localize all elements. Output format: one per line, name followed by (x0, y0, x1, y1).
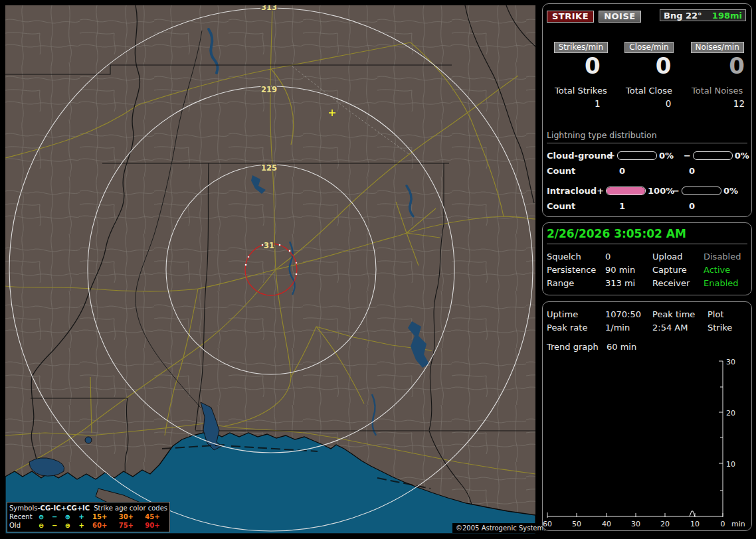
close-per-min-value: 0 (615, 53, 684, 78)
ring-label-31: 31 (264, 241, 274, 250)
counters-panel: STRIKE NOISE Bng 22° 198mi Strikes/min 0… (542, 3, 752, 217)
peak-rate-row: Peak rate 1/min 2:54 AM Strike (547, 321, 751, 334)
receiver-status: Enabled (704, 278, 751, 288)
cg-negative-count: 0 (678, 166, 695, 177)
intracloud-count-row: Count 1 0 (547, 201, 747, 212)
strikes-per-min-value: 0 (547, 53, 615, 78)
ic-minus-sign: − (672, 186, 680, 196)
age-code-60: 60+ (88, 521, 115, 530)
total-close-value: 0 (615, 98, 684, 109)
age-code-75: 75+ (115, 521, 142, 530)
upload-status: Disabled (704, 252, 751, 262)
map-legend: Symbols -CG -IC +CG +IC Strike age color… (7, 502, 170, 532)
old-neg-cg-icon: ⊖ (35, 521, 48, 530)
xtick-20: 20 (660, 520, 670, 528)
recent-neg-cg-icon: ⊖ (35, 512, 48, 521)
ic-negative-bar (682, 187, 721, 195)
cloud-ground-label: Cloud-ground (547, 151, 608, 161)
legend-recent-label: Recent (9, 512, 35, 521)
range-label: Range (547, 278, 605, 288)
xtick-50: 50 (572, 520, 581, 528)
old-pos-ic-icon: + (74, 521, 88, 530)
trend-tick-labels: 30 20 10 60 50 40 30 20 10 0 min (543, 358, 745, 528)
mode-button-row: STRIKE NOISE Bng 22° 198mi (545, 9, 749, 23)
total-strikes-label: Total Strikes (547, 86, 615, 96)
peak-rate-value: 1/min (605, 323, 652, 333)
distribution-title: Lightning type distribution (547, 130, 747, 143)
age-code-15: 15+ (88, 512, 115, 521)
capture-label: Capture (652, 265, 704, 275)
strikes-per-min-chip: Strikes/min (554, 42, 608, 53)
trend-panel: Uptime 1070:50 Peak time Plot Peak rate … (542, 301, 752, 531)
xtick-40: 40 (602, 520, 611, 528)
uptime-value: 1070:50 (605, 309, 652, 319)
ytick-10: 10 (726, 460, 735, 469)
ic-negative-pct: 0% (723, 186, 748, 196)
squelch-label: Squelch (547, 252, 605, 262)
map-canvas: 313 219 125 31 (5, 5, 535, 534)
cloud-ground-count-row: Count 0 0 (547, 166, 747, 177)
xtick-30: 30 (631, 520, 640, 528)
total-noises-label: Total Noises (683, 86, 751, 96)
ic-plus-sign: + (597, 186, 604, 196)
upload-label: Upload (652, 252, 704, 262)
uptime-label: Uptime (547, 309, 605, 319)
datetime-display: 2/26/2026 3:05:02 AM (547, 227, 747, 244)
cg-minus-sign: − (684, 151, 691, 161)
noises-per-min-value: 0 (683, 53, 751, 78)
intracloud-label: Intracloud (547, 186, 597, 196)
old-pos-cg-icon: ⊕ (61, 521, 75, 530)
ic-positive-pct: 100% (648, 186, 672, 196)
status-row-persistence: Persistence 90 min Capture Active (547, 263, 751, 276)
peak-time-value: 2:54 AM (652, 323, 708, 333)
cg-positive-count: 0 (608, 166, 678, 177)
age-code-90: 90+ (141, 521, 167, 530)
status-row-squelch: Squelch 0 Upload Disabled (547, 250, 751, 263)
legend-age-header: Strike age color codes (90, 504, 167, 512)
ic-positive-bar (606, 187, 646, 195)
trend-graph-row: Trend graph 60 min (547, 340, 751, 353)
legend-header-row: Symbols -CG -IC +CG +IC Strike age color… (9, 504, 167, 512)
xtick-0: 0 (721, 520, 725, 528)
uptime-row: Uptime 1070:50 Peak time Plot (547, 307, 751, 321)
bearing-label: Bng 22° (664, 11, 702, 21)
persistence-value: 90 min (605, 265, 652, 275)
cg-plus-sign: + (608, 151, 615, 161)
old-neg-ic-icon: − (48, 521, 61, 530)
cloud-ground-row: Cloud-ground + 0% − 0% (547, 149, 747, 161)
x-axis-unit: min (731, 520, 745, 528)
ring-label-219: 219 (261, 85, 277, 94)
receiver-label: Receiver (652, 278, 704, 288)
counter-columns: Strikes/min 0 Total Strikes 1 Close/min … (547, 40, 751, 109)
noises-column: Noises/min 0 Total Noises 12 (683, 40, 751, 109)
bearing-readout: Bng 22° 198mi (660, 9, 746, 21)
plot-label: Plot (708, 309, 751, 319)
strike-mode-button[interactable]: STRIKE (547, 11, 594, 23)
status-row-range: Range 313 mi Receiver Enabled (547, 276, 751, 289)
trend-spike (690, 511, 695, 516)
trend-axes (547, 361, 723, 518)
noise-mode-button[interactable]: NOISE (599, 11, 641, 23)
total-strikes-value: 1 (547, 98, 615, 109)
range-value: 313 mi (605, 278, 652, 288)
trend-graph: 30 20 10 60 50 40 30 20 10 0 min (543, 358, 753, 530)
legend-symbols-header: Symbols (9, 504, 37, 512)
cg-negative-bar (693, 151, 733, 160)
bearing-range-value: 198mi (712, 11, 742, 21)
recent-neg-ic-icon: − (48, 512, 61, 521)
lightning-map[interactable]: 313 219 125 31 Symbols -CG -IC +CG +IC S… (5, 5, 535, 534)
legend-old-label: Old (9, 521, 35, 530)
peak-time-label: Peak time (652, 309, 708, 319)
ring-label-313: 313 (261, 5, 277, 12)
cg-count-label: Count (547, 166, 608, 177)
cg-negative-pct: 0% (735, 151, 756, 161)
close-per-min-chip: Close/min (624, 42, 673, 53)
legend-col-pos-ic: +IC (77, 504, 90, 512)
recent-pos-cg-icon: ⊕ (61, 512, 75, 521)
ytick-20: 20 (726, 409, 735, 418)
age-code-30: 30+ (115, 512, 142, 521)
plot-value: Strike (708, 323, 751, 333)
lightning-distribution: Lightning type distribution Cloud-ground… (547, 130, 747, 212)
total-close-label: Total Close (615, 86, 684, 96)
ic-positive-bar-fill (607, 187, 645, 194)
